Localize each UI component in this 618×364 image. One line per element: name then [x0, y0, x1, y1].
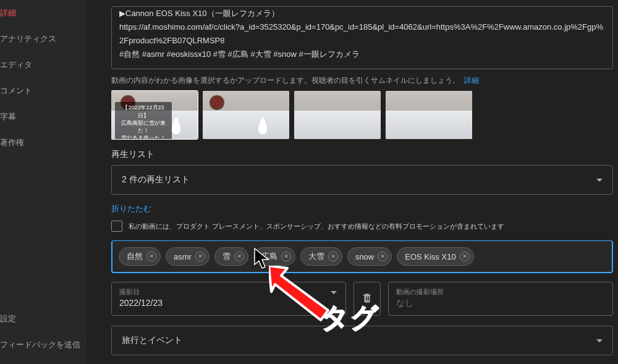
close-icon[interactable]: ✕	[281, 252, 291, 261]
sidebar-item-feedback[interactable]: フィードバックを送信	[0, 332, 87, 358]
location-placeholder: なし	[396, 298, 605, 309]
thumbnail-row: 【2022年12月23日】 広島南部に雪が来た！ 雪だるま作った！	[111, 91, 618, 139]
tag-chip-label: snow	[355, 252, 374, 261]
thumbnail-helper-text: 動画の内容がわかる画像を選択するかアップロードします。視聴者の目を引くサムネイル…	[111, 76, 460, 85]
close-icon[interactable]: ✕	[146, 252, 156, 261]
thumbnail-option-3[interactable]	[294, 91, 381, 139]
playlist-value: 2 件の再生リスト	[122, 174, 190, 185]
playlist-title: 再生リスト	[111, 149, 618, 160]
travel-events-select[interactable]: 旅行とイベント	[111, 326, 613, 355]
thumbnail-details-link[interactable]: 詳細	[464, 76, 479, 85]
location-label: 動画の撮影場所	[396, 287, 605, 297]
trash-icon	[362, 292, 373, 305]
sidebar-item-editor[interactable]: エディタ	[0, 52, 87, 78]
thumbnail-helper: 動画の内容がわかる画像を選択するかアップロードします。視聴者の目を引くサムネイル…	[111, 75, 618, 86]
close-icon[interactable]: ✕	[195, 252, 205, 261]
sidebar-item-copyright[interactable]: 著作権	[0, 130, 87, 156]
tag-chip-label: 大雪	[308, 251, 324, 262]
close-icon[interactable]: ✕	[234, 252, 244, 261]
tag-chip[interactable]: 自然✕	[119, 247, 161, 266]
recording-date-label: 撮影日	[119, 287, 338, 297]
close-icon[interactable]: ✕	[460, 252, 470, 261]
main-panel: ▶Cannon EOS Kiss X10（一眼レフカメラ） https://af…	[111, 0, 618, 364]
description-line: #自然 #asmr #eoskissx10 #雪 #広島 #大雪 #snow #…	[119, 48, 605, 61]
close-icon[interactable]: ✕	[328, 252, 338, 261]
tag-chip[interactable]: EOS Kiss X10✕	[397, 247, 473, 266]
close-icon[interactable]: ✕	[378, 252, 387, 261]
sidebar-item-settings[interactable]: 設定	[0, 306, 87, 332]
paid-promo-row[interactable]: 私の動画には、プロダクト プレースメント、スポンサーシップ、おすすめ情報などの有…	[111, 221, 618, 232]
thumbnail-option-4[interactable]	[386, 91, 472, 139]
location-field[interactable]: 動画の撮影場所 なし	[388, 282, 613, 316]
chevron-down-icon	[596, 339, 603, 342]
sidebar-item-details[interactable]: 詳細	[0, 0, 87, 26]
description-line: ▶Cannon EOS Kiss X10（一眼レフカメラ）	[119, 7, 605, 20]
paid-promo-label: 私の動画には、プロダクト プレースメント、スポンサーシップ、おすすめ情報などの有…	[129, 222, 504, 231]
tag-chip-label: 雪	[222, 251, 231, 262]
date-location-row: 撮影日 2022/12/23 動画の撮影場所 なし	[111, 282, 613, 316]
tag-chip-label: EOS Kiss X10	[405, 252, 455, 261]
tag-chip-label: 自然	[127, 251, 143, 262]
description-textarea[interactable]: ▶Cannon EOS Kiss X10（一眼レフカメラ） https://af…	[111, 6, 613, 69]
thumbnail-overlay-text: 【2022年12月23日】 広島南部に雪が来た！ 雪だるま作った！	[115, 102, 172, 139]
thumbnail-option-1[interactable]: 【2022年12月23日】 広島南部に雪が来た！ 雪だるま作った！	[111, 91, 198, 139]
sidebar-item-subtitles[interactable]: 字幕	[0, 104, 87, 130]
collapse-link[interactable]: 折りたたむ	[111, 203, 151, 214]
thumbnail-option-2[interactable]	[203, 91, 289, 139]
sidebar-item-analytics[interactable]: アナリティクス	[0, 26, 87, 52]
travel-events-value: 旅行とイベント	[122, 335, 182, 346]
tag-chip-label: 広島	[261, 251, 277, 262]
sidebar-item-comments[interactable]: コメント	[0, 78, 87, 104]
tag-chip[interactable]: 雪✕	[214, 247, 248, 266]
description-line: https://af.moshimo.com/af/c/click?a_id=3…	[119, 20, 605, 48]
tag-chip[interactable]: 広島✕	[253, 247, 295, 266]
tag-chip[interactable]: 大雪✕	[300, 247, 342, 266]
tag-chip[interactable]: snow✕	[347, 247, 392, 266]
playlist-select[interactable]: 2 件の再生リスト	[111, 165, 613, 195]
chevron-down-icon	[596, 179, 603, 182]
tags-input[interactable]: 自然✕ asmr✕ 雪✕ 広島✕ 大雪✕ snow✕ EOS Kiss X10✕	[111, 240, 613, 273]
chevron-down-icon	[331, 291, 337, 304]
tag-chip-label: asmr	[174, 252, 192, 261]
clear-date-button[interactable]	[353, 282, 381, 316]
recording-date-field[interactable]: 撮影日 2022/12/23	[111, 282, 346, 316]
tag-chip[interactable]: asmr✕	[166, 247, 210, 266]
paid-promo-checkbox[interactable]	[111, 221, 122, 232]
sidebar: 詳細 アナリティクス エディタ コメント 字幕 著作権 設定 フィードバックを送…	[0, 0, 87, 364]
recording-date-value: 2022/12/23	[119, 298, 338, 308]
